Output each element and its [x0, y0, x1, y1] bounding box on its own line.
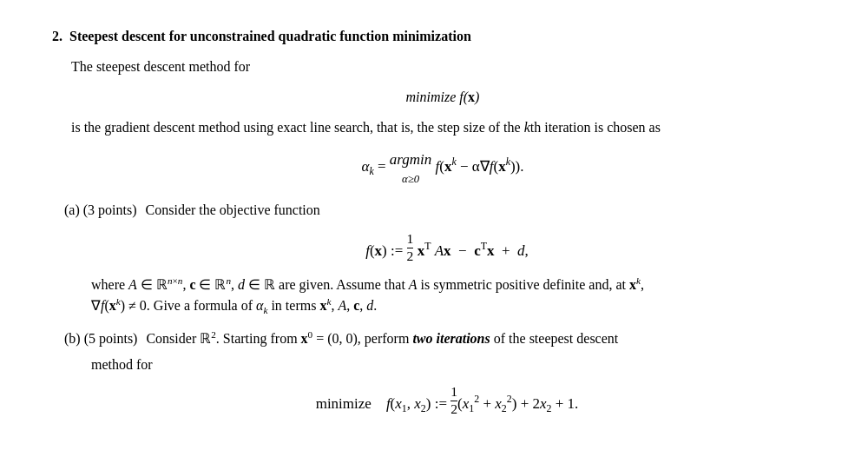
x-T: x: [418, 242, 425, 258]
problem-header: 2. Steepest descent for unconstrained qu…: [52, 26, 833, 47]
c-bold: c: [474, 242, 481, 258]
where-line1: where A ∈ ℝn×n, c ∈ ℝn, d ∈ ℝ are given.…: [91, 275, 833, 295]
x-bold2: x: [444, 242, 451, 258]
subpart-b: (b) (5 points) Consider ℝ2. Starting fro…: [61, 328, 833, 418]
f-sym: f: [365, 242, 370, 258]
half-fraction: 1 2: [407, 231, 414, 265]
intro-paragraph: The steepest descent method for: [71, 56, 833, 78]
main-content: 2. Steepest descent for unconstrained qu…: [52, 26, 833, 418]
subpart-a: (a) (3 points) Consider the objective fu…: [61, 200, 833, 317]
fx12-formula-block: minimize f(x1, x2) := 1 2 (x12 + x22) + …: [61, 384, 833, 418]
d-var: d: [517, 242, 525, 258]
kth-var: k: [524, 120, 530, 135]
x1-var: x: [395, 395, 402, 412]
alpha-k: αk: [361, 158, 373, 175]
minimize-label: minimize: [406, 89, 460, 104]
minimize-formula: minimize f(x): [52, 87, 833, 108]
A-var: A: [435, 242, 444, 258]
intro-text: The steepest descent method for: [71, 59, 250, 74]
line2-paragraph: is the gradient descent method using exa…: [71, 116, 833, 139]
x-bold: x: [375, 242, 383, 258]
f-sym2: f: [386, 395, 391, 412]
subpart-b-method-for: method for: [91, 354, 833, 375]
subpart-a-label: (a) (3 points): [61, 200, 141, 221]
fx-formula-block: f(x) := 1 2 xT Ax − cTx + d,: [61, 231, 833, 265]
argmin-formula-block: αk = argmin α≥0 f(xk − α∇f(xk)).: [52, 149, 833, 188]
argmin-block: argmin α≥0: [390, 158, 436, 175]
x-bold3: x: [487, 242, 495, 258]
problem-number: 2.: [52, 26, 62, 47]
problem-title: Steepest descent for unconstrained quadr…: [69, 26, 471, 47]
equals-sign: =: [378, 158, 390, 175]
x2-var: x: [414, 395, 421, 412]
subpart-a-text: Consider the objective function: [146, 200, 320, 221]
argmin-expr-paren: (xk − α∇f(xk)).: [439, 158, 523, 175]
subpart-b-text: Consider ℝ2. Starting from x0 = (0, 0), …: [146, 328, 618, 349]
subpart-a-header: (a) (3 points) Consider the objective fu…: [61, 200, 833, 221]
minimize-paren: (x): [464, 89, 480, 104]
half-fraction2: 1 2: [450, 384, 457, 418]
subpart-b-label: (b) (5 points): [61, 328, 141, 349]
subpart-a-where: where A ∈ ℝn×n, c ∈ ℝn, d ∈ ℝ are given.…: [91, 275, 833, 316]
where-line2: ∇f(xk) ≠ 0. Give a formula of αk in term…: [91, 295, 833, 316]
subpart-b-header: (b) (5 points) Consider ℝ2. Starting fro…: [61, 328, 833, 349]
